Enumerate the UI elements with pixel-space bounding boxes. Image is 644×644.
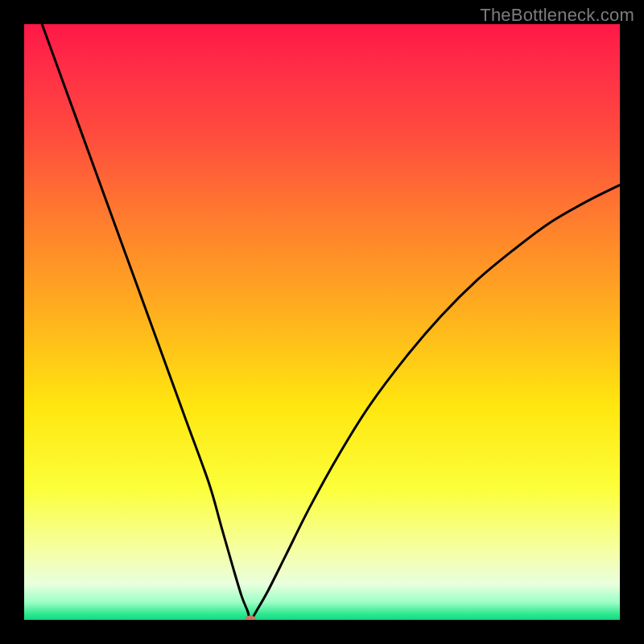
optimum-marker [245,616,256,621]
chart-frame: TheBottleneck.com [0,0,644,644]
watermark-text: TheBottleneck.com [480,5,634,26]
chart-plot-area [24,24,620,620]
bottleneck-curve-path [42,24,620,620]
curve-svg [24,24,620,620]
